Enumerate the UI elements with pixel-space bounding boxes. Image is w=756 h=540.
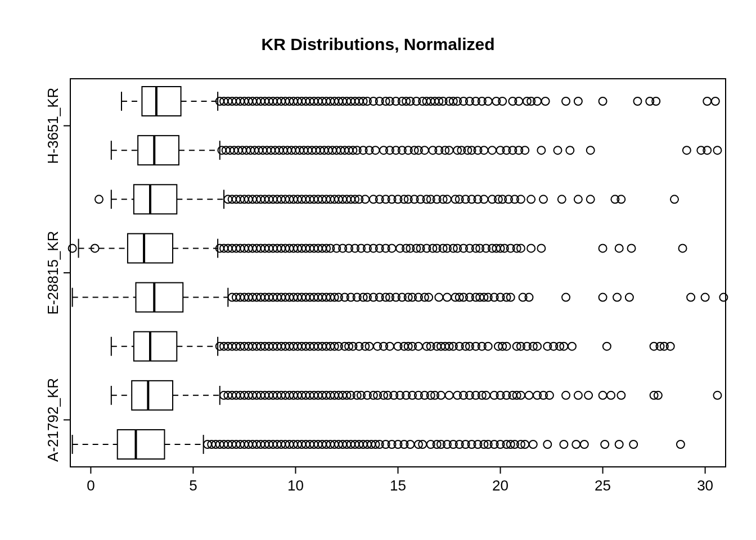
outlier-point [488,146,496,154]
outlier-point [562,392,570,399]
outlier-point [525,392,533,399]
box [134,332,177,361]
outlier-point [562,97,570,105]
y-tick-label: E-28815_KR [44,231,61,315]
outlier-point [587,146,595,154]
y-tick-label: A-21792_KR [44,378,61,462]
outlier-point [603,343,611,350]
x-tick-label: 10 [287,477,304,494]
outlier-point [543,440,551,448]
y-tick-label: H-3651_KR [44,88,61,164]
outlier-point [537,146,545,154]
x-tick-label: 25 [595,477,611,494]
outlier-point [435,294,443,302]
outlier-point [69,244,76,252]
outlier-point [615,244,623,252]
outlier-point [537,244,545,252]
outlier-point [529,440,537,448]
box [134,184,177,214]
outlier-point [626,294,633,302]
outlier-point [628,244,636,252]
outlier-point [539,195,547,203]
outlier-point [580,440,588,448]
box [136,283,183,312]
outlier-point [670,195,678,203]
x-tick-label: 15 [390,477,406,494]
outlier-point [599,97,607,105]
outlier-point [566,146,574,154]
outlier-point [615,440,623,448]
box [132,381,173,410]
outlier-point [584,392,592,399]
box [118,430,165,459]
outlier-point [629,440,637,448]
box [138,136,179,165]
outlier-point [599,294,607,302]
x-tick-label: 30 [697,477,713,494]
outlier-point [574,195,582,203]
outlier-point [683,146,691,154]
chart-title: KR Distributions, Normalized [0,35,756,54]
outlier-point [599,392,607,399]
outlier-point [572,440,580,448]
x-tick-label: 0 [87,477,94,494]
outlier-point [558,195,566,203]
outlier-point [527,244,535,252]
outlier-point [560,440,568,448]
outlier-point [613,294,621,302]
outlier-point [568,343,576,350]
outlier-point [719,294,727,302]
outlier-point [95,195,103,203]
outlier-point [601,440,609,448]
outlier-point [562,294,570,302]
outlier-point [446,392,453,399]
box [128,233,173,263]
x-tick-label: 20 [492,477,508,494]
outlier-point [713,146,721,154]
outlier-point [679,244,687,252]
outlier-point [527,195,535,203]
chart-container: KR Distributions, Normalized 05101520253… [0,0,756,540]
outlier-point [599,244,607,252]
outlier-point [713,392,721,399]
box [142,87,181,116]
outlier-point [701,294,709,302]
outlier-point [574,392,582,399]
outlier-point [633,97,641,105]
chart-svg: 051015202530A-21792_KRE-28815_KRH-3651_K… [0,0,756,540]
outlier-point [687,294,695,302]
outlier-point [554,146,561,154]
outlier-point [703,97,711,105]
outlier-point [677,440,685,448]
outlier-point [587,195,595,203]
outlier-point [617,392,625,399]
outlier-point [574,97,582,105]
outlier-point [542,97,550,105]
outlier-point [443,294,451,302]
outlier-point [712,97,719,105]
outlier-point [607,392,615,399]
x-tick-label: 5 [189,477,197,494]
